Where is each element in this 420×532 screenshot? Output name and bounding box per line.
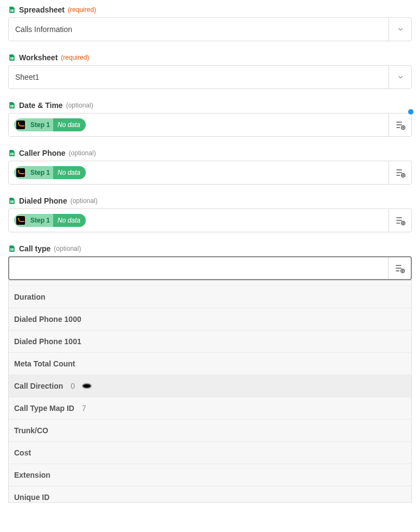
dropdown-item[interactable]: Unique ID: [9, 486, 411, 503]
dropdown-item-label: Call Direction: [14, 382, 63, 390]
field-dialed-phone: Dialed Phone (optional) Step 1 No data: [8, 197, 412, 232]
chip-step-label: Step 1: [27, 169, 53, 176]
input-content: Step 1 No data: [9, 209, 389, 232]
chip-nodata: No data: [53, 214, 86, 227]
input-content[interactable]: [9, 257, 388, 279]
chip-app-icon: [16, 121, 25, 129]
sheets-icon: [8, 197, 16, 205]
dropdown-item[interactable]: Dialed Phone 1000: [9, 308, 411, 331]
dropdown-item[interactable]: Duration: [9, 286, 411, 308]
chip-step-label: Step 1: [27, 217, 53, 224]
spreadsheet-hint: (required): [68, 6, 96, 14]
dropdown-item[interactable]: Extension: [9, 464, 411, 486]
chip-app-icon: [16, 216, 25, 225]
datetime-label: Date & Time: [19, 101, 63, 110]
call-type-input[interactable]: [8, 256, 412, 280]
insert-data-icon[interactable]: [389, 209, 411, 232]
dropdown-item-value: 0: [71, 382, 75, 390]
dialed-phone-label: Dialed Phone: [19, 197, 67, 205]
notification-dot: [408, 109, 413, 115]
field-label-row: Caller Phone (optional): [8, 149, 412, 157]
sheets-icon: [8, 5, 16, 14]
dropdown-item-label: Extension: [14, 471, 50, 479]
chip-nodata: No data: [53, 118, 86, 131]
call-type-hint: (optional): [54, 245, 81, 252]
step-chip[interactable]: Step 1 No data: [14, 214, 86, 227]
dropdown-gap: [9, 281, 411, 286]
spreadsheet-select[interactable]: Calls Information: [8, 17, 412, 41]
step-chip[interactable]: Step 1 No data: [14, 166, 86, 179]
input-content: Step 1 No data: [9, 161, 389, 184]
input-content: Step 1 No data: [9, 113, 389, 136]
insert-data-icon[interactable]: [389, 161, 411, 184]
field-caller-phone: Caller Phone (optional) Step 1 No data: [8, 149, 412, 185]
field-worksheet: Worksheet (required) Sheet1: [8, 53, 412, 89]
dropdown-item-label: Dialed Phone 1000: [14, 315, 81, 324]
dropdown-item-label: Meta Total Count: [14, 359, 75, 368]
sheets-icon: [8, 149, 16, 157]
field-spreadsheet: Spreadsheet (required) Calls Information: [8, 5, 412, 41]
field-label-row: Worksheet (required): [8, 53, 412, 62]
dialed-phone-input[interactable]: Step 1 No data: [8, 208, 412, 232]
chip-nodata: No data: [53, 166, 86, 179]
datetime-hint: (optional): [66, 102, 93, 109]
field-label-row: Date & Time (optional): [8, 101, 412, 110]
worksheet-value: Sheet1: [9, 66, 389, 88]
sheets-icon: [8, 53, 16, 62]
caller-phone-label: Caller Phone: [19, 149, 66, 157]
dropdown-item[interactable]: Call Type Map ID7: [9, 397, 411, 420]
dropdown-item[interactable]: Meta Total Count: [9, 353, 411, 375]
dropdown-item-label: Duration: [14, 293, 46, 301]
chevron-down-icon[interactable]: [389, 18, 411, 41]
dropdown-item-label: Unique ID: [14, 493, 49, 502]
dropdown-item[interactable]: Call Direction0: [9, 375, 411, 397]
dialed-phone-hint: (optional): [71, 197, 98, 205]
field-label-row: Spreadsheet (required): [8, 5, 412, 14]
caller-phone-input[interactable]: Step 1 No data: [8, 161, 412, 185]
step-chip[interactable]: Step 1 No data: [14, 118, 86, 131]
worksheet-select[interactable]: Sheet1: [8, 65, 412, 89]
sheets-icon: [8, 244, 16, 253]
field-call-type: Call type (optional): [8, 244, 412, 280]
chevron-down-icon[interactable]: [389, 66, 411, 88]
call-type-dropdown[interactable]: DurationDialed Phone 1000Dialed Phone 10…: [8, 280, 412, 503]
worksheet-label: Worksheet: [19, 53, 58, 62]
spreadsheet-value: Calls Information: [9, 18, 389, 41]
dropdown-item-label: Cost: [14, 448, 31, 457]
redacted-blob: [82, 384, 91, 388]
field-datetime: Date & Time (optional) Step 1 No data: [8, 101, 412, 137]
field-label-row: Call type (optional): [8, 244, 412, 253]
chip-app-icon: [16, 168, 25, 177]
datetime-input[interactable]: Step 1 No data: [8, 113, 412, 137]
dropdown-item-value: 7: [82, 404, 86, 413]
dropdown-item[interactable]: Cost: [9, 442, 411, 464]
worksheet-hint: (required): [61, 54, 89, 61]
field-label-row: Dialed Phone (optional): [8, 197, 412, 205]
chip-step-label: Step 1: [27, 121, 53, 129]
call-type-label: Call type: [19, 244, 50, 253]
dropdown-item-label: Dialed Phone 1001: [14, 337, 81, 346]
caller-phone-hint: (optional): [69, 149, 96, 157]
spreadsheet-label: Spreadsheet: [19, 5, 65, 14]
sheets-icon: [8, 101, 16, 110]
dropdown-item[interactable]: Trunk/CO: [9, 420, 411, 442]
dropdown-item-label: Trunk/CO: [14, 426, 48, 435]
insert-data-icon[interactable]: [389, 113, 411, 136]
dropdown-item-label: Call Type Map ID: [14, 404, 74, 413]
insert-data-icon[interactable]: [388, 257, 411, 279]
dropdown-item[interactable]: Dialed Phone 1001: [9, 331, 411, 353]
